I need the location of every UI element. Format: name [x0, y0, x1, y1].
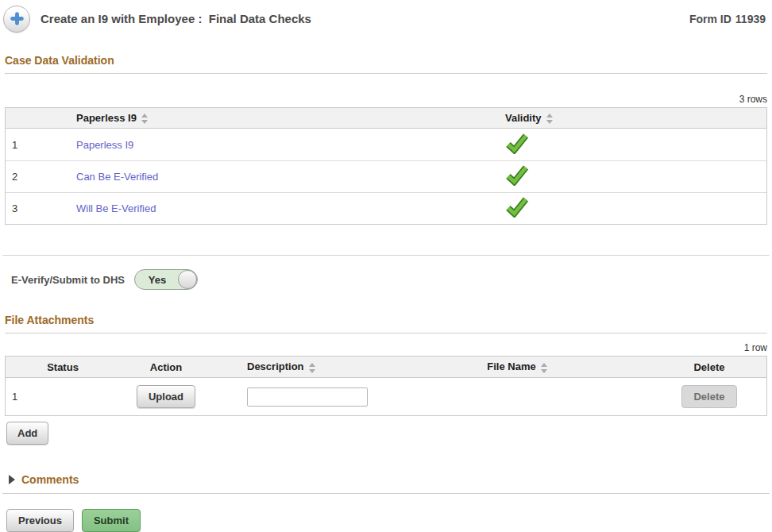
expand-arrow-icon [9, 475, 15, 484]
column-header-paperless-i9: Paperless I9 [71, 112, 500, 124]
valid-check-icon [505, 133, 529, 154]
comments-expander[interactable]: Comments [2, 473, 770, 494]
column-header-delete: Delete [652, 361, 766, 373]
toggle-knob-icon [178, 270, 197, 289]
sort-icon[interactable] [546, 114, 553, 124]
everify-label: E-Verify/Submit to DHS [11, 274, 125, 286]
section-heading-file-attachments: File Attachments [5, 314, 767, 333]
attachments-table-header-row: Status Action Description File Name Dele… [6, 357, 766, 378]
valid-check-icon [505, 165, 529, 186]
table-row: 3 Will Be E-Verified [6, 192, 766, 224]
previous-button[interactable]: Previous [6, 509, 74, 532]
action-cell: Upload [99, 385, 233, 408]
table-row: 1 Upload Delete [6, 378, 766, 415]
form-id: Form ID11939 [689, 13, 767, 25]
column-header-description: Description [233, 360, 382, 372]
case-table-row-count: 3 rows [5, 94, 767, 105]
everify-toggle[interactable]: Yes [134, 269, 198, 290]
valid-check-icon [505, 197, 529, 218]
description-input[interactable] [247, 387, 368, 407]
page-header: Create an I9 with Employee : Final Data … [0, 0, 772, 33]
delete-button[interactable]: Delete [681, 385, 736, 408]
validity-cell [500, 165, 766, 188]
section-heading-case-data-validation: Case Data Validation [5, 54, 767, 74]
form-id-value: 11939 [735, 13, 766, 25]
column-header-action: Action [99, 361, 233, 373]
column-header-validity: Validity [500, 112, 766, 124]
file-attachments-table: Status Action Description File Name Dele… [5, 356, 767, 416]
validity-cell [500, 133, 766, 156]
table-row: 1 Paperless I9 [6, 129, 766, 160]
validity-cell [500, 197, 766, 220]
can-be-everified-link[interactable]: Can Be E-Verified [76, 171, 158, 183]
row-number: 2 [6, 171, 71, 183]
description-cell [233, 387, 382, 407]
form-id-label: Form ID [689, 13, 731, 25]
everify-row: E-Verify/Submit to DHS Yes [11, 269, 772, 290]
will-be-everified-link[interactable]: Will Be E-Verified [76, 202, 156, 214]
upload-button[interactable]: Upload [137, 385, 195, 408]
row-number: 3 [6, 202, 71, 214]
page-title: Create an I9 with Employee : Final Data … [41, 12, 311, 25]
case-validation-table: Paperless I9 Validity 1 Paperless I9 2 C… [5, 107, 767, 225]
paperless-i9-link[interactable]: Paperless I9 [76, 139, 133, 151]
row-number: 1 [6, 139, 71, 151]
comments-heading: Comments [21, 473, 79, 486]
submit-button[interactable]: Submit [82, 509, 141, 532]
sort-icon[interactable] [309, 363, 315, 373]
plus-icon [10, 12, 24, 25]
section-divider [2, 255, 770, 256]
footer-actions: Previous Submit [6, 509, 772, 532]
add-button[interactable]: Add [6, 422, 48, 445]
table-row: 2 Can Be E-Verified [6, 160, 766, 192]
sort-icon[interactable] [541, 363, 547, 373]
delete-cell: Delete [652, 385, 766, 408]
column-header-status: Status [26, 361, 99, 373]
attachments-table-row-count: 1 row [5, 342, 767, 353]
add-form-button[interactable] [3, 6, 30, 33]
case-table-header-row: Paperless I9 Validity [6, 108, 766, 129]
column-header-file-name: File Name [382, 360, 652, 372]
row-number: 1 [6, 391, 26, 403]
sort-icon[interactable] [141, 114, 148, 124]
everify-toggle-value: Yes [135, 270, 179, 289]
